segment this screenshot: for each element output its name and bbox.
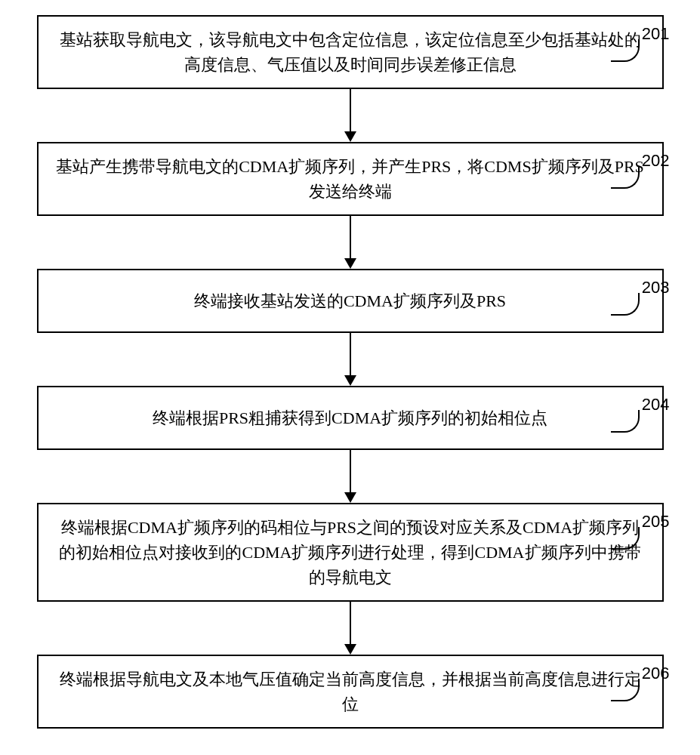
step-box-205: 终端根据CDMA扩频序列的码相位与PRS之间的预设对应关系及CDMA扩频序列的初… xyxy=(37,503,664,602)
step-box-202: 基站产生携带导航电文的CDMA扩频序列，并产生PRS，将CDMS扩频序列及PRS… xyxy=(37,142,664,216)
step-box-203: 终端接收基站发送的CDMA扩频序列及PRS 203 xyxy=(37,269,664,333)
arrow-icon xyxy=(344,450,356,503)
step-text: 终端根据PRS粗捕获得到CDMA扩频序列的初始相位点 xyxy=(153,408,547,427)
step-number: 201 xyxy=(642,21,670,46)
connector-curve xyxy=(611,166,640,189)
step-box-204: 终端根据PRS粗捕获得到CDMA扩频序列的初始相位点 204 xyxy=(37,386,664,450)
step-text: 终端根据CDMA扩频序列的码相位与PRS之间的预设对应关系及CDMA扩频序列的初… xyxy=(59,518,640,587)
arrow-icon xyxy=(344,602,356,655)
step-text: 终端根据导航电文及本地气压值确定当前高度信息，并根据当前高度信息进行定位 xyxy=(60,670,641,713)
arrow-icon xyxy=(344,216,356,269)
step-wrapper-204: 终端根据PRS粗捕获得到CDMA扩频序列的初始相位点 204 xyxy=(23,386,677,503)
connector-curve xyxy=(611,293,640,316)
arrow-icon xyxy=(344,89,356,142)
step-wrapper-206: 终端根据导航电文及本地气压值确定当前高度信息，并根据当前高度信息进行定位 206 xyxy=(23,655,677,729)
connector-curve xyxy=(611,39,640,62)
step-text: 基站产生携带导航电文的CDMA扩频序列，并产生PRS，将CDMS扩频序列及PRS… xyxy=(56,157,644,201)
step-wrapper-205: 终端根据CDMA扩频序列的码相位与PRS之间的预设对应关系及CDMA扩频序列的初… xyxy=(23,503,677,655)
step-number: 205 xyxy=(642,509,670,534)
step-number: 203 xyxy=(642,275,670,300)
step-number: 202 xyxy=(642,148,670,173)
step-number: 206 xyxy=(642,661,670,686)
step-box-206: 终端根据导航电文及本地气压值确定当前高度信息，并根据当前高度信息进行定位 206 xyxy=(37,655,664,729)
step-wrapper-203: 终端接收基站发送的CDMA扩频序列及PRS 203 xyxy=(23,269,677,386)
step-box-201: 基站获取导航电文，该导航电文中包含定位信息，该定位信息至少包括基站处的高度信息、… xyxy=(37,15,664,89)
flowchart-container: 基站获取导航电文，该导航电文中包含定位信息，该定位信息至少包括基站处的高度信息、… xyxy=(23,15,677,729)
arrow-icon xyxy=(344,333,356,386)
step-text: 终端接收基站发送的CDMA扩频序列及PRS xyxy=(194,291,506,310)
step-wrapper-201: 基站获取导航电文，该导航电文中包含定位信息，该定位信息至少包括基站处的高度信息、… xyxy=(23,15,677,142)
step-wrapper-202: 基站产生携带导航电文的CDMA扩频序列，并产生PRS，将CDMS扩频序列及PRS… xyxy=(23,142,677,269)
step-number: 204 xyxy=(642,392,670,417)
connector-curve xyxy=(611,679,640,701)
step-text: 基站获取导航电文，该导航电文中包含定位信息，该定位信息至少包括基站处的高度信息、… xyxy=(60,30,641,74)
connector-curve xyxy=(611,410,640,433)
